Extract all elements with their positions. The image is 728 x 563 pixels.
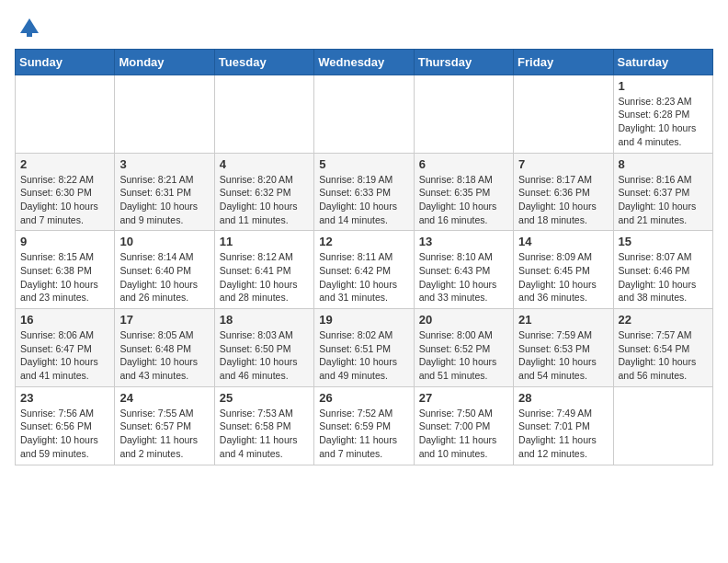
day-info: Sunrise: 8:15 AM Sunset: 6:38 PM Dayligh…: [20, 250, 109, 304]
header-tuesday: Tuesday: [214, 49, 313, 75]
calendar-cell: 22Sunrise: 7:57 AM Sunset: 6:54 PM Dayli…: [613, 309, 712, 387]
header-sunday: Sunday: [16, 49, 115, 75]
day-number: 11: [220, 235, 309, 248]
calendar-cell: 12Sunrise: 8:11 AM Sunset: 6:42 PM Dayli…: [314, 231, 414, 309]
day-number: 2: [20, 157, 109, 171]
day-number: 5: [319, 157, 408, 171]
day-info: Sunrise: 8:23 AM Sunset: 6:28 PM Dayligh…: [619, 95, 708, 149]
day-info: Sunrise: 7:57 AM Sunset: 6:54 PM Dayligh…: [619, 328, 708, 383]
calendar-cell: 9Sunrise: 8:15 AM Sunset: 6:38 PM Daylig…: [16, 231, 115, 309]
day-info: Sunrise: 8:20 AM Sunset: 6:32 PM Dayligh…: [220, 173, 309, 227]
day-number: 22: [619, 313, 708, 327]
calendar-cell: 14Sunrise: 8:09 AM Sunset: 6:45 PM Dayli…: [514, 231, 613, 309]
day-number: 17: [119, 313, 209, 327]
day-info: Sunrise: 8:22 AM Sunset: 6:30 PM Dayligh…: [20, 173, 109, 227]
day-number: 18: [220, 313, 309, 327]
day-number: 9: [20, 235, 109, 248]
day-number: 16: [20, 313, 109, 327]
header-thursday: Thursday: [414, 49, 513, 75]
calendar-cell: [214, 75, 313, 153]
calendar-cell: 19Sunrise: 8:02 AM Sunset: 6:51 PM Dayli…: [314, 309, 414, 387]
svg-marker-0: [20, 18, 39, 33]
calendar-cell: 8Sunrise: 8:16 AM Sunset: 6:37 PM Daylig…: [613, 153, 712, 231]
day-number: 4: [220, 157, 309, 171]
day-info: Sunrise: 7:52 AM Sunset: 6:59 PM Dayligh…: [319, 407, 408, 461]
calendar-cell: [16, 75, 115, 153]
day-info: Sunrise: 7:55 AM Sunset: 6:57 PM Dayligh…: [119, 407, 209, 461]
day-number: 20: [419, 313, 508, 327]
day-info: Sunrise: 8:03 AM Sunset: 6:50 PM Dayligh…: [220, 328, 309, 383]
calendar-cell: 28Sunrise: 7:49 AM Sunset: 7:01 PM Dayli…: [514, 386, 613, 465]
calendar-cell: 6Sunrise: 8:18 AM Sunset: 6:35 PM Daylig…: [414, 153, 513, 231]
day-info: Sunrise: 7:59 AM Sunset: 6:53 PM Dayligh…: [518, 328, 608, 383]
calendar-week-4: 23Sunrise: 7:56 AM Sunset: 6:56 PM Dayli…: [16, 386, 713, 465]
day-number: 26: [319, 391, 408, 405]
day-info: Sunrise: 8:17 AM Sunset: 6:36 PM Dayligh…: [518, 173, 608, 227]
day-info: Sunrise: 8:14 AM Sunset: 6:40 PM Dayligh…: [119, 250, 209, 304]
calendar-cell: 21Sunrise: 7:59 AM Sunset: 6:53 PM Dayli…: [514, 309, 613, 387]
calendar-cell: [314, 75, 414, 153]
day-number: 27: [419, 391, 508, 405]
day-number: 25: [220, 391, 309, 405]
day-info: Sunrise: 7:56 AM Sunset: 6:56 PM Dayligh…: [20, 407, 109, 461]
day-info: Sunrise: 7:50 AM Sunset: 7:00 PM Dayligh…: [419, 407, 508, 461]
day-number: 15: [619, 235, 708, 248]
day-number: 10: [119, 235, 209, 248]
day-info: Sunrise: 8:06 AM Sunset: 6:47 PM Dayligh…: [20, 328, 109, 383]
calendar-cell: 16Sunrise: 8:06 AM Sunset: 6:47 PM Dayli…: [16, 309, 115, 387]
calendar-cell: 26Sunrise: 7:52 AM Sunset: 6:59 PM Dayli…: [314, 386, 414, 465]
calendar: SundayMondayTuesdayWednesdayThursdayFrid…: [15, 49, 713, 465]
header-saturday: Saturday: [613, 49, 712, 75]
day-info: Sunrise: 8:16 AM Sunset: 6:37 PM Dayligh…: [619, 173, 708, 227]
calendar-cell: 27Sunrise: 7:50 AM Sunset: 7:00 PM Dayli…: [414, 386, 513, 465]
calendar-cell: 13Sunrise: 8:10 AM Sunset: 6:43 PM Dayli…: [414, 231, 513, 309]
calendar-cell: [613, 386, 712, 465]
calendar-cell: [414, 75, 513, 153]
header-monday: Monday: [115, 49, 214, 75]
day-number: 12: [319, 235, 408, 248]
calendar-cell: 11Sunrise: 8:12 AM Sunset: 6:41 PM Dayli…: [214, 231, 313, 309]
calendar-week-0: 1Sunrise: 8:23 AM Sunset: 6:28 PM Daylig…: [16, 75, 713, 153]
header: [15, 15, 713, 45]
day-info: Sunrise: 8:18 AM Sunset: 6:35 PM Dayligh…: [419, 173, 508, 227]
calendar-cell: 17Sunrise: 8:05 AM Sunset: 6:48 PM Dayli…: [115, 309, 214, 387]
logo-icon: [17, 15, 42, 40]
day-info: Sunrise: 8:11 AM Sunset: 6:42 PM Dayligh…: [319, 250, 408, 304]
day-info: Sunrise: 7:49 AM Sunset: 7:01 PM Dayligh…: [518, 407, 608, 461]
day-number: 28: [518, 391, 608, 405]
day-info: Sunrise: 8:21 AM Sunset: 6:31 PM Dayligh…: [119, 173, 209, 227]
header-friday: Friday: [514, 49, 613, 75]
day-number: 3: [119, 157, 209, 171]
day-info: Sunrise: 8:10 AM Sunset: 6:43 PM Dayligh…: [419, 250, 508, 304]
day-number: 14: [518, 235, 608, 248]
calendar-cell: 25Sunrise: 7:53 AM Sunset: 6:58 PM Dayli…: [214, 386, 313, 465]
svg-rect-1: [27, 31, 32, 37]
header-wednesday: Wednesday: [314, 49, 414, 75]
calendar-header-row: SundayMondayTuesdayWednesdayThursdayFrid…: [16, 49, 713, 75]
calendar-cell: 18Sunrise: 8:03 AM Sunset: 6:50 PM Dayli…: [214, 309, 313, 387]
day-number: 8: [619, 157, 708, 171]
day-info: Sunrise: 8:02 AM Sunset: 6:51 PM Dayligh…: [319, 328, 408, 383]
calendar-cell: 5Sunrise: 8:19 AM Sunset: 6:33 PM Daylig…: [314, 153, 414, 231]
day-number: 1: [619, 79, 708, 93]
day-info: Sunrise: 8:05 AM Sunset: 6:48 PM Dayligh…: [119, 328, 209, 383]
day-info: Sunrise: 8:07 AM Sunset: 6:46 PM Dayligh…: [619, 250, 708, 304]
day-info: Sunrise: 8:12 AM Sunset: 6:41 PM Dayligh…: [220, 250, 309, 304]
day-info: Sunrise: 7:53 AM Sunset: 6:58 PM Dayligh…: [220, 407, 309, 461]
day-info: Sunrise: 8:19 AM Sunset: 6:33 PM Dayligh…: [319, 173, 408, 227]
calendar-cell: 3Sunrise: 8:21 AM Sunset: 6:31 PM Daylig…: [115, 153, 214, 231]
calendar-week-3: 16Sunrise: 8:06 AM Sunset: 6:47 PM Dayli…: [16, 309, 713, 387]
calendar-cell: 4Sunrise: 8:20 AM Sunset: 6:32 PM Daylig…: [214, 153, 313, 231]
calendar-week-1: 2Sunrise: 8:22 AM Sunset: 6:30 PM Daylig…: [16, 153, 713, 231]
logo: [15, 15, 42, 45]
day-number: 23: [20, 391, 109, 405]
day-number: 21: [518, 313, 608, 327]
day-number: 7: [518, 157, 608, 171]
calendar-cell: 24Sunrise: 7:55 AM Sunset: 6:57 PM Dayli…: [115, 386, 214, 465]
calendar-week-2: 9Sunrise: 8:15 AM Sunset: 6:38 PM Daylig…: [16, 231, 713, 309]
calendar-cell: [514, 75, 613, 153]
day-number: 19: [319, 313, 408, 327]
calendar-cell: 10Sunrise: 8:14 AM Sunset: 6:40 PM Dayli…: [115, 231, 214, 309]
day-number: 13: [419, 235, 508, 248]
day-number: 24: [119, 391, 209, 405]
